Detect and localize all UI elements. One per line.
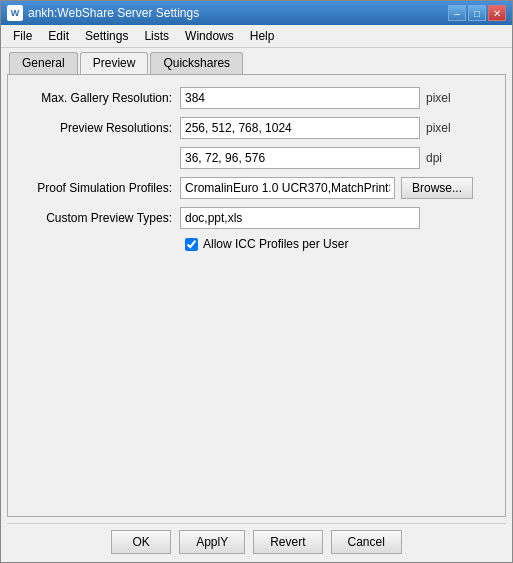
main-window: W ankh:WebShare Server Settings – □ ✕ Fi…	[0, 0, 513, 563]
preview-resolutions-dpi-row: dpi	[20, 147, 493, 169]
apply-button[interactable]: ApplY	[179, 530, 245, 554]
close-button[interactable]: ✕	[488, 5, 506, 21]
proof-simulation-input[interactable]	[180, 177, 395, 199]
allow-icc-checkbox[interactable]	[185, 238, 198, 251]
allow-icc-row: Allow ICC Profiles per User	[185, 237, 493, 251]
menu-file[interactable]: File	[5, 27, 40, 45]
proof-simulation-row: Proof Simulation Profiles: Browse...	[20, 177, 493, 199]
menu-settings[interactable]: Settings	[77, 27, 136, 45]
revert-button[interactable]: Revert	[253, 530, 322, 554]
custom-preview-input[interactable]	[180, 207, 420, 229]
preview-resolutions-px-unit: pixel	[426, 121, 451, 135]
max-gallery-resolution-label: Max. Gallery Resolution:	[20, 91, 180, 105]
app-icon: W	[7, 5, 23, 21]
max-gallery-resolution-row: Max. Gallery Resolution: pixel	[20, 87, 493, 109]
custom-preview-label: Custom Preview Types:	[20, 211, 180, 225]
menu-edit[interactable]: Edit	[40, 27, 77, 45]
proof-simulation-group: Browse...	[180, 177, 493, 199]
preview-resolutions-label: Preview Resolutions:	[20, 121, 180, 135]
preview-resolutions-px-row: Preview Resolutions: pixel	[20, 117, 493, 139]
browse-button[interactable]: Browse...	[401, 177, 473, 199]
proof-simulation-label: Proof Simulation Profiles:	[20, 181, 180, 195]
title-buttons: – □ ✕	[448, 5, 506, 21]
tab-preview[interactable]: Preview	[80, 52, 149, 74]
title-bar-left: W ankh:WebShare Server Settings	[7, 5, 199, 21]
preview-resolutions-dpi-group: dpi	[180, 147, 493, 169]
menu-bar: File Edit Settings Lists Windows Help	[1, 25, 512, 48]
custom-preview-group	[180, 207, 493, 229]
maximize-button[interactable]: □	[468, 5, 486, 21]
menu-help[interactable]: Help	[242, 27, 283, 45]
allow-icc-label: Allow ICC Profiles per User	[203, 237, 348, 251]
menu-lists[interactable]: Lists	[136, 27, 177, 45]
tabs-bar: General Preview Quickshares	[1, 48, 512, 74]
menu-windows[interactable]: Windows	[177, 27, 242, 45]
bottom-bar: OK ApplY Revert Cancel	[1, 524, 512, 562]
ok-button[interactable]: OK	[111, 530, 171, 554]
preview-resolutions-px-input[interactable]	[180, 117, 420, 139]
tab-quickshares[interactable]: Quickshares	[150, 52, 243, 74]
minimize-button[interactable]: –	[448, 5, 466, 21]
tab-general[interactable]: General	[9, 52, 78, 74]
cancel-button[interactable]: Cancel	[331, 530, 402, 554]
preview-resolutions-dpi-unit: dpi	[426, 151, 442, 165]
preview-resolutions-px-group: pixel	[180, 117, 493, 139]
title-bar: W ankh:WebShare Server Settings – □ ✕	[1, 1, 512, 25]
max-gallery-resolution-input[interactable]	[180, 87, 420, 109]
max-gallery-resolution-unit: pixel	[426, 91, 451, 105]
content-area: Max. Gallery Resolution: pixel Preview R…	[7, 74, 506, 517]
custom-preview-row: Custom Preview Types:	[20, 207, 493, 229]
preview-resolutions-dpi-input[interactable]	[180, 147, 420, 169]
window-title: ankh:WebShare Server Settings	[28, 6, 199, 20]
max-gallery-resolution-group: pixel	[180, 87, 493, 109]
